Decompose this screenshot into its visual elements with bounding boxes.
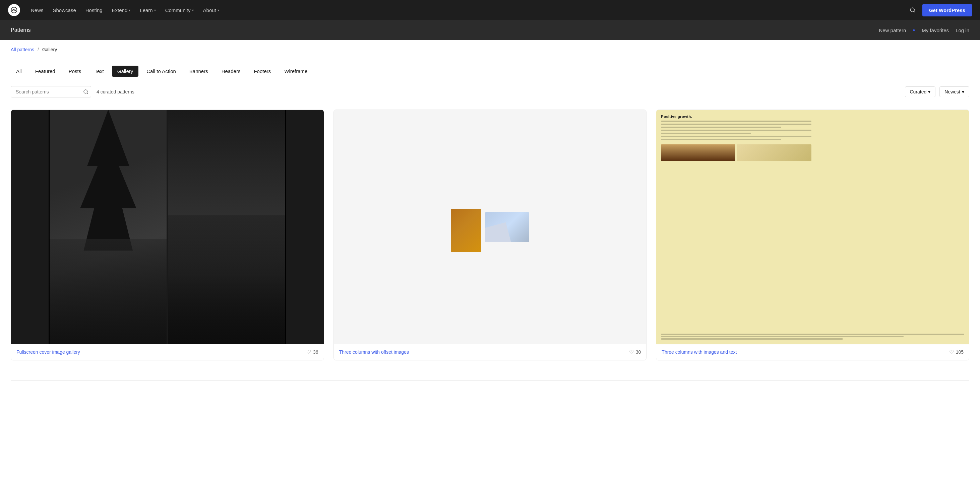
- nav-about[interactable]: About ▾: [199, 5, 223, 16]
- pattern-card-1: Fullscreen cover image gallery ♡ 36: [11, 109, 324, 360]
- tab-footers[interactable]: Footers: [248, 66, 276, 77]
- tab-all[interactable]: All: [11, 66, 27, 77]
- nav-showcase[interactable]: Showcase: [49, 5, 80, 16]
- pattern-card-footer-1: Fullscreen cover image gallery ♡ 36: [11, 344, 324, 360]
- preview-body: [661, 121, 964, 331]
- text-line-7: [661, 139, 781, 140]
- search-input[interactable]: [11, 86, 91, 97]
- nav-learn[interactable]: Learn ▾: [136, 5, 159, 16]
- svg-line-3: [87, 93, 88, 94]
- wordpress-logo[interactable]: [8, 4, 20, 16]
- preview-header-text: Positive growth.: [661, 114, 964, 119]
- text-preview: Positive growth.: [656, 110, 969, 344]
- main-content: All Featured Posts Text Gallery Call to …: [0, 59, 980, 381]
- heart-icon-2: ♡: [629, 349, 634, 355]
- pattern-likes-3: ♡ 105: [949, 349, 964, 355]
- tab-text[interactable]: Text: [89, 66, 109, 77]
- top-navigation: News Showcase Hosting Extend ▾ Learn ▾ C…: [0, 0, 980, 20]
- tab-wireframe[interactable]: Wireframe: [279, 66, 313, 77]
- waterfall-grid: [49, 110, 286, 344]
- filter-right: Curated ▾ Newest ▾: [905, 86, 970, 97]
- nav-right: Get WordPress: [907, 4, 972, 16]
- about-chevron-icon: ▾: [218, 8, 219, 12]
- nav-community[interactable]: Community ▾: [161, 5, 198, 16]
- patterns-nav-right: New pattern • My favorites Log in: [879, 27, 969, 34]
- pattern-count: 4 curated patterns: [97, 89, 134, 94]
- nav-extend[interactable]: Extend ▾: [108, 5, 135, 16]
- tab-call-to-action[interactable]: Call to Action: [141, 66, 181, 77]
- category-tabs: All Featured Posts Text Gallery Call to …: [11, 66, 969, 77]
- pattern-preview-1[interactable]: [11, 110, 324, 344]
- offset-tall-image: [451, 209, 481, 252]
- text-line-1: [661, 121, 811, 122]
- waterfall-right-image: [168, 110, 285, 344]
- text-line-3: [661, 127, 781, 128]
- like-count-3: 105: [956, 349, 964, 355]
- preview-forest-img: [661, 144, 735, 161]
- svg-point-2: [84, 90, 88, 94]
- newest-chevron-icon: ▾: [962, 89, 964, 94]
- dot-separator: •: [913, 27, 915, 34]
- tab-headers[interactable]: Headers: [216, 66, 246, 77]
- pattern-preview-3[interactable]: Positive growth.: [656, 110, 969, 344]
- new-pattern-link[interactable]: New pattern: [879, 27, 906, 33]
- search-submit-button[interactable]: [83, 89, 89, 94]
- pattern-title-3[interactable]: Three columns with images and text: [662, 349, 737, 355]
- newest-dropdown[interactable]: Newest ▾: [939, 86, 969, 97]
- nav-hosting[interactable]: Hosting: [81, 5, 107, 16]
- pattern-card-2: Three columns with offset images ♡ 30: [334, 109, 647, 360]
- learn-chevron-icon: ▾: [154, 8, 156, 12]
- waterfall-left-image: [49, 110, 167, 344]
- pattern-preview-2[interactable]: [334, 110, 646, 344]
- text-line-4: [661, 130, 811, 131]
- login-link[interactable]: Log in: [956, 27, 969, 33]
- filter-bar: 4 curated patterns Curated ▾ Newest ▾: [11, 86, 969, 97]
- pattern-title-2[interactable]: Three columns with offset images: [339, 349, 409, 355]
- pattern-likes-1: ♡ 36: [306, 349, 318, 355]
- nav-news[interactable]: News: [27, 5, 48, 16]
- patterns-title-link[interactable]: Patterns: [11, 27, 31, 33]
- preview-bottom-text: [661, 334, 964, 339]
- breadcrumb-current: Gallery: [42, 47, 57, 52]
- tab-gallery[interactable]: Gallery: [112, 66, 139, 77]
- pattern-card-3: Positive growth.: [656, 109, 969, 360]
- community-chevron-icon: ▾: [192, 8, 194, 12]
- bottom-line-3: [661, 338, 843, 339]
- footer-divider: [11, 381, 969, 381]
- pattern-title-1[interactable]: Fullscreen cover image gallery: [16, 349, 80, 355]
- svg-point-0: [910, 8, 914, 12]
- pattern-grid: Fullscreen cover image gallery ♡ 36 Thre…: [11, 109, 969, 360]
- like-count-2: 30: [636, 349, 641, 355]
- bottom-line-2: [661, 336, 904, 337]
- heart-icon-3: ♡: [949, 349, 954, 355]
- breadcrumb: All patterns / Gallery: [0, 40, 980, 59]
- patterns-nav-left: Patterns: [11, 27, 31, 33]
- pattern-card-footer-2: Three columns with offset images ♡ 30: [334, 344, 646, 360]
- breadcrumb-all-patterns[interactable]: All patterns: [11, 47, 34, 52]
- preview-left-column: [661, 121, 811, 331]
- search-button[interactable]: [907, 4, 918, 16]
- bottom-line-1: [661, 334, 964, 335]
- text-line-5: [661, 133, 751, 134]
- patterns-subnav: Patterns New pattern • My favorites Log …: [0, 20, 980, 40]
- tab-featured[interactable]: Featured: [30, 66, 60, 77]
- tab-posts[interactable]: Posts: [64, 66, 87, 77]
- offset-wide-image: [485, 212, 529, 242]
- svg-line-1: [914, 11, 915, 12]
- pattern-card-footer-3: Three columns with images and text ♡ 105: [656, 344, 969, 360]
- extend-chevron-icon: ▾: [129, 8, 130, 12]
- breadcrumb-separator: /: [38, 47, 39, 52]
- like-count-1: 36: [313, 349, 318, 355]
- text-line-2: [661, 124, 811, 125]
- offset-preview: [334, 110, 646, 344]
- nav-links: News Showcase Hosting Extend ▾ Learn ▾ C…: [27, 5, 907, 16]
- tab-banners[interactable]: Banners: [184, 66, 213, 77]
- preview-right-column: [814, 121, 964, 331]
- get-wordpress-button[interactable]: Get WordPress: [922, 4, 972, 16]
- heart-icon-1: ♡: [306, 349, 311, 355]
- my-favorites-link[interactable]: My favorites: [922, 27, 949, 33]
- curated-dropdown[interactable]: Curated ▾: [905, 86, 936, 97]
- waterfall-preview: [11, 110, 324, 344]
- curated-chevron-icon: ▾: [928, 89, 931, 94]
- preview-wind-img: [737, 144, 811, 161]
